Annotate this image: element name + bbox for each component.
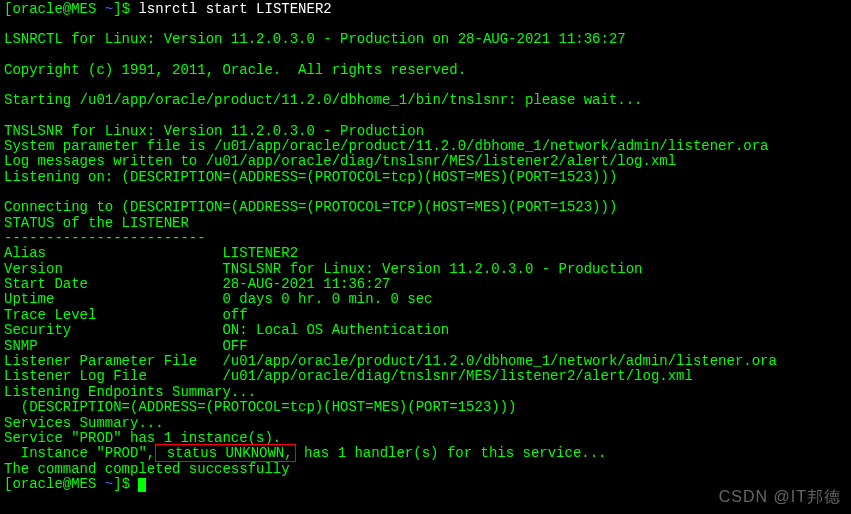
dashes: ------------------------ <box>4 231 847 246</box>
connecting-to: Connecting to (DESCRIPTION=(ADDRESS=(PRO… <box>4 200 847 215</box>
prompt-userhost: [oracle@MES <box>4 1 105 17</box>
status-header: STATUS of the LISTENER <box>4 216 847 231</box>
lsnrctl-header: LSNRCTL for Linux: Version 11.2.0.3.0 - … <box>4 32 847 47</box>
status-unknown-highlight: status UNKNOWN, <box>155 444 295 462</box>
prompt-userhost: [oracle@MES <box>4 476 105 492</box>
tnslsnr-version: TNSLSNR for Linux: Version 11.2.0.3.0 - … <box>4 124 847 139</box>
instance-pre: Instance "PROD", <box>4 445 155 461</box>
prompt-line-1[interactable]: [oracle@MES ~]$ lsnrctl start LISTENER2 <box>4 2 847 17</box>
start-date-row: Start Date 28-AUG-2021 11:36:27 <box>4 277 847 292</box>
version-row: Version TNSLSNR for Linux: Version 11.2.… <box>4 262 847 277</box>
instance-prod: Instance "PROD", status UNKNOWN, has 1 h… <box>4 446 847 461</box>
starting-msg: Starting /u01/app/oracle/product/11.2.0/… <box>4 93 847 108</box>
prompt-end: ]$ <box>113 1 138 17</box>
listening-on: Listening on: (DESCRIPTION=(ADDRESS=(PRO… <box>4 170 847 185</box>
snmp-row: SNMP OFF <box>4 339 847 354</box>
alias-row: Alias LISTENER2 <box>4 246 847 261</box>
security-row: Security ON: Local OS Authentication <box>4 323 847 338</box>
prompt-tilde: ~ <box>105 476 113 492</box>
copyright: Copyright (c) 1991, 2011, Oracle. All ri… <box>4 63 847 78</box>
uptime-row: Uptime 0 days 0 hr. 0 min. 0 sec <box>4 292 847 307</box>
log-messages: Log messages written to /u01/app/oracle/… <box>4 154 847 169</box>
cursor-icon <box>138 478 146 492</box>
prompt-tilde: ~ <box>105 1 113 17</box>
endpoints-header: Listening Endpoints Summary... <box>4 385 847 400</box>
watermark: CSDN @IT邦德 <box>719 488 841 506</box>
prompt-end: ]$ <box>113 476 138 492</box>
instance-post: has 1 handler(s) for this service... <box>296 445 607 461</box>
trace-row: Trace Level off <box>4 308 847 323</box>
system-param-file: System parameter file is /u01/app/oracle… <box>4 139 847 154</box>
listener-log-file: Listener Log File /u01/app/oracle/diag/t… <box>4 369 847 384</box>
endpoint-1: (DESCRIPTION=(ADDRESS=(PROTOCOL=tcp)(HOS… <box>4 400 847 415</box>
command-input[interactable]: lsnrctl start LISTENER2 <box>138 1 331 17</box>
listener-param-file: Listener Parameter File /u01/app/oracle/… <box>4 354 847 369</box>
completed-msg: The command completed successfully <box>4 462 847 477</box>
services-header: Services Summary... <box>4 416 847 431</box>
